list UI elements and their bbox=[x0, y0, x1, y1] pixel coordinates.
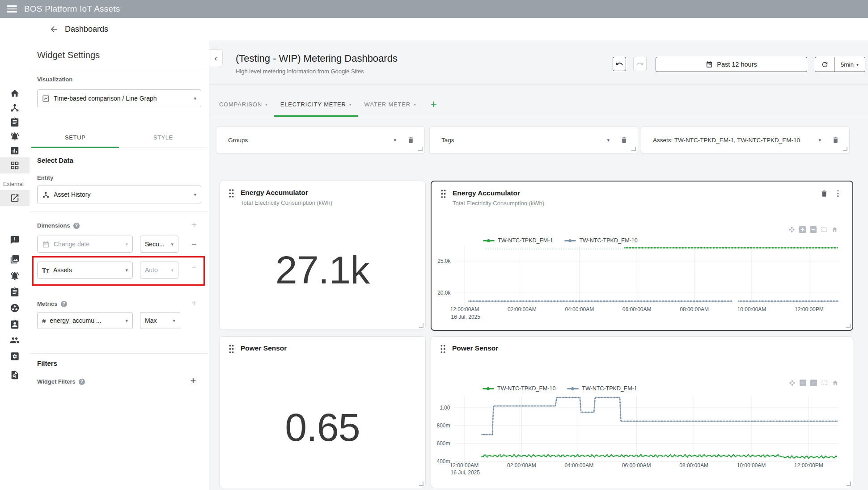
svg-text:04:00:00AM: 04:00:00AM bbox=[564, 462, 593, 469]
panel-title: Widget Settings bbox=[37, 50, 100, 60]
tags-filter[interactable]: Tags ▾ bbox=[429, 127, 638, 153]
svg-text:600m: 600m bbox=[436, 440, 450, 447]
add-metric-button[interactable]: + bbox=[190, 300, 198, 308]
dimension-field-select[interactable]: TT Assets ▾ bbox=[37, 262, 133, 279]
external-link-icon[interactable] bbox=[0, 190, 30, 206]
dimension-granularity-value: Auto bbox=[145, 266, 158, 274]
widget-filters-label-text: Widget Filters bbox=[37, 378, 76, 385]
help-icon[interactable]: ? bbox=[61, 301, 67, 307]
audit-log-icon[interactable] bbox=[0, 367, 30, 383]
remove-dimension-button[interactable]: − bbox=[190, 264, 198, 272]
legend-item[interactable]: TW-NTC-TPKD_EM-1 bbox=[483, 237, 553, 244]
dashboards-icon[interactable] bbox=[0, 157, 30, 173]
reset-home-icon[interactable] bbox=[831, 226, 838, 233]
legend-item[interactable]: TW-NTC-TPKD_EM-10 bbox=[564, 237, 637, 244]
resize-handle[interactable] bbox=[419, 323, 423, 328]
resize-handle[interactable] bbox=[843, 147, 847, 151]
chevron-down-icon: ▾ bbox=[856, 62, 859, 67]
legend-label: TW-NTC-TPKD_EM-10 bbox=[497, 385, 555, 392]
back-arrow-icon[interactable] bbox=[48, 24, 59, 34]
resize-handle[interactable] bbox=[419, 482, 423, 486]
chart-modebar bbox=[789, 380, 838, 386]
widget-menu-icon[interactable]: ⋮ bbox=[834, 190, 842, 198]
resize-handle[interactable] bbox=[847, 482, 851, 486]
entity-select[interactable]: Asset History ▾ bbox=[37, 186, 201, 203]
zoom-out-icon[interactable] bbox=[810, 380, 817, 386]
delete-filter-icon[interactable] bbox=[832, 136, 839, 144]
pan-icon[interactable] bbox=[789, 380, 796, 386]
pan-icon[interactable] bbox=[788, 226, 795, 233]
users-icon[interactable] bbox=[0, 332, 30, 348]
collapse-panel-button[interactable]: ‹ bbox=[209, 49, 223, 67]
widget-card-power-number[interactable]: Power Sensor 0.65 bbox=[219, 336, 426, 488]
help-icon[interactable]: ? bbox=[79, 379, 85, 385]
feedback-icon[interactable] bbox=[0, 232, 30, 248]
tab-comparison[interactable]: COMPARISON ▾ bbox=[213, 92, 274, 117]
dimension-field-select[interactable]: Change date ▾ bbox=[37, 236, 133, 253]
assets-filter[interactable]: Assets: TW-NTC-TPKD_EM-1, TW-NTC-TPKD_EM… bbox=[641, 127, 850, 153]
redo-button[interactable] bbox=[633, 57, 647, 71]
time-range-button[interactable]: Past 12 hours bbox=[656, 57, 807, 72]
visualization-label: Visualization bbox=[37, 76, 72, 83]
clipboard-icon[interactable] bbox=[0, 284, 30, 300]
dimension-granularity-select[interactable]: Seco... ▾ bbox=[140, 236, 178, 253]
widget-card-energy-number[interactable]: Energy Accumulator Total Electricity Con… bbox=[219, 181, 426, 330]
zoom-in-icon[interactable] bbox=[800, 380, 806, 386]
zoom-out-icon[interactable] bbox=[810, 226, 817, 233]
power-sensor-chart[interactable]: 1.00800m600m400m12:00:00AM02:00:00AM04:0… bbox=[434, 392, 851, 483]
widget-card-power-chart[interactable]: Power Sensor TW-NTC-TPKD_EM-10TW-NTC-TPK… bbox=[431, 336, 853, 488]
reset-home-icon[interactable] bbox=[832, 380, 838, 386]
groups-icon[interactable] bbox=[0, 300, 30, 316]
hamburger-menu-icon[interactable] bbox=[7, 5, 17, 13]
dimension-granularity-select[interactable]: Auto ▾ bbox=[140, 262, 178, 279]
remove-dimension-button[interactable]: − bbox=[190, 241, 198, 249]
tab-style[interactable]: STYLE bbox=[119, 127, 207, 148]
add-dimension-button[interactable]: + bbox=[190, 221, 198, 229]
asset-hierarchy-icon[interactable] bbox=[0, 100, 30, 116]
analytics-icon[interactable] bbox=[0, 143, 30, 159]
help-icon[interactable]: ? bbox=[73, 223, 80, 229]
settings-icon[interactable] bbox=[0, 348, 30, 364]
legend-item[interactable]: TW-NTC-TPKD_EM-1 bbox=[567, 385, 637, 392]
legend-item[interactable]: TW-NTC-TPKD_EM-10 bbox=[483, 385, 555, 392]
visualization-select[interactable]: Time-based comparison / Line Graph ▾ bbox=[37, 89, 201, 107]
refresh-interval-select[interactable]: 5min ▾ bbox=[834, 57, 865, 72]
resize-handle[interactable] bbox=[418, 147, 423, 151]
box-zoom-icon[interactable] bbox=[821, 380, 828, 386]
refresh-button[interactable] bbox=[815, 57, 834, 72]
media-library-icon[interactable] bbox=[0, 251, 30, 267]
home-icon[interactable] bbox=[0, 85, 30, 101]
notifications-icon[interactable] bbox=[0, 268, 30, 284]
metric-field-select[interactable]: # energy_accumu ... ▾ bbox=[37, 312, 133, 329]
box-zoom-icon[interactable] bbox=[821, 226, 827, 233]
delete-widget-icon[interactable] bbox=[820, 190, 828, 198]
tab-electricity-meter[interactable]: ELECTRICITY METER ▾ bbox=[274, 92, 358, 117]
add-widget-filter-button[interactable]: + bbox=[189, 377, 197, 385]
widget-filters-label: Widget Filters ? bbox=[37, 378, 85, 385]
energy-accumulator-chart[interactable]: 25.0k20.0k12:00:00AM02:00:00AM04:00:00AM… bbox=[434, 244, 851, 329]
drag-handle-icon[interactable] bbox=[440, 189, 446, 200]
widget-card-energy-chart[interactable]: Energy Accumulator Total Electricity Con… bbox=[431, 181, 853, 331]
alarms-icon[interactable] bbox=[0, 128, 30, 144]
tasks-icon[interactable] bbox=[0, 114, 30, 130]
zoom-in-icon[interactable] bbox=[799, 226, 806, 233]
delete-filter-icon[interactable] bbox=[620, 136, 628, 144]
metrics-label: Metrics ? bbox=[37, 300, 67, 307]
drag-handle-icon[interactable] bbox=[229, 189, 234, 200]
delete-filter-icon[interactable] bbox=[407, 136, 415, 144]
undo-button[interactable] bbox=[613, 57, 626, 71]
resize-handle[interactable] bbox=[846, 324, 851, 328]
chart-legend: TW-NTC-TPKD_EM-1TW-NTC-TPKD_EM-10 bbox=[483, 237, 638, 244]
resize-handle[interactable] bbox=[631, 147, 636, 151]
drag-handle-icon[interactable] bbox=[440, 344, 446, 355]
drag-handle-icon[interactable] bbox=[229, 344, 234, 355]
contact-card-icon[interactable] bbox=[0, 316, 30, 332]
metric-aggregation-select[interactable]: Max ▾ bbox=[140, 312, 180, 329]
svg-text:08:00:00AM: 08:00:00AM bbox=[679, 462, 708, 469]
dashboard-tabs: COMPARISON ▾ ELECTRICITY METER ▾ WATER M… bbox=[209, 92, 868, 117]
tab-setup[interactable]: SETUP bbox=[31, 127, 119, 148]
groups-filter[interactable]: Groups ▾ bbox=[216, 127, 425, 153]
widget-title: Power Sensor bbox=[241, 344, 287, 352]
add-tab-button[interactable]: + bbox=[423, 92, 445, 117]
tab-water-meter[interactable]: WATER METER ▾ bbox=[358, 92, 423, 117]
